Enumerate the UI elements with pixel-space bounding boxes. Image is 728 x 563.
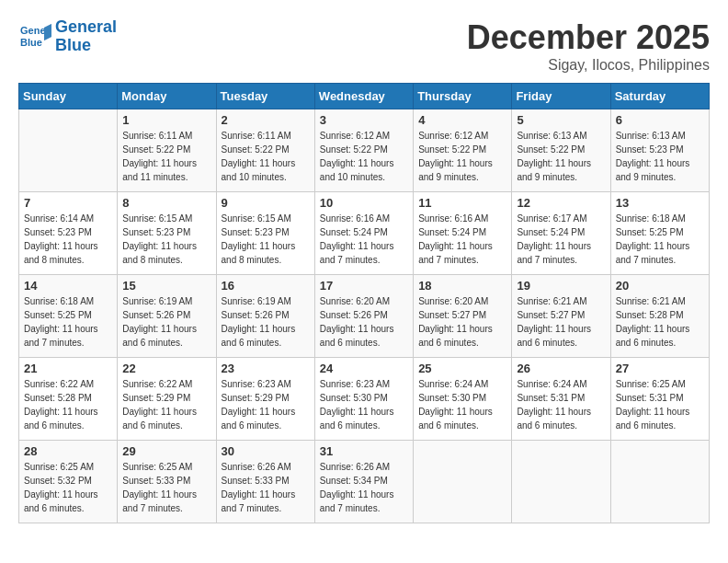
calendar-cell: 18Sunrise: 6:20 AMSunset: 5:27 PMDayligh… <box>414 275 512 358</box>
day-number: 8 <box>122 196 210 210</box>
calendar-cell: 26Sunrise: 6:24 AMSunset: 5:31 PMDayligh… <box>512 358 610 441</box>
logo: General Blue General Blue <box>18 18 117 55</box>
day-info: Sunrise: 6:17 AMSunset: 5:24 PMDaylight:… <box>517 212 605 267</box>
day-info: Sunrise: 6:16 AMSunset: 5:24 PMDaylight:… <box>320 212 408 267</box>
day-info: Sunrise: 6:24 AMSunset: 5:30 PMDaylight:… <box>418 377 506 432</box>
calendar-cell: 5Sunrise: 6:13 AMSunset: 5:22 PMDaylight… <box>512 109 610 192</box>
day-number: 13 <box>616 196 704 210</box>
calendar-cell: 24Sunrise: 6:23 AMSunset: 5:30 PMDayligh… <box>314 358 413 441</box>
day-info: Sunrise: 6:19 AMSunset: 5:26 PMDaylight:… <box>122 294 210 350</box>
weekday-header-monday: Monday <box>118 84 216 109</box>
calendar-cell: 15Sunrise: 6:19 AMSunset: 5:26 PMDayligh… <box>118 275 216 358</box>
day-info: Sunrise: 6:15 AMSunset: 5:23 PMDaylight:… <box>122 212 210 267</box>
day-number: 3 <box>320 113 408 127</box>
day-number: 27 <box>616 362 704 375</box>
day-info: Sunrise: 6:21 AMSunset: 5:27 PMDaylight:… <box>517 294 605 350</box>
day-info: Sunrise: 6:11 AMSunset: 5:22 PMDaylight:… <box>222 129 310 184</box>
week-row-5: 28Sunrise: 6:25 AMSunset: 5:32 PMDayligh… <box>19 441 710 523</box>
day-number: 2 <box>222 113 310 127</box>
calendar-cell: 28Sunrise: 6:25 AMSunset: 5:32 PMDayligh… <box>19 441 118 523</box>
weekday-header-friday: Friday <box>512 84 610 109</box>
day-info: Sunrise: 6:18 AMSunset: 5:25 PMDaylight:… <box>616 212 704 267</box>
day-number: 24 <box>320 362 408 375</box>
day-number: 20 <box>616 279 704 293</box>
day-number: 5 <box>517 113 605 127</box>
calendar-cell: 9Sunrise: 6:15 AMSunset: 5:23 PMDaylight… <box>216 192 314 275</box>
day-info: Sunrise: 6:20 AMSunset: 5:26 PMDaylight:… <box>320 294 408 350</box>
calendar-table: SundayMondayTuesdayWednesdayThursdayFrid… <box>18 83 710 523</box>
calendar-cell: 31Sunrise: 6:26 AMSunset: 5:34 PMDayligh… <box>314 441 413 523</box>
calendar-cell: 2Sunrise: 6:11 AMSunset: 5:22 PMDaylight… <box>216 109 314 192</box>
logo-line2: Blue <box>55 36 91 54</box>
calendar-cell: 21Sunrise: 6:22 AMSunset: 5:28 PMDayligh… <box>19 358 118 441</box>
day-number: 23 <box>222 362 310 375</box>
calendar-cell: 27Sunrise: 6:25 AMSunset: 5:31 PMDayligh… <box>610 358 709 441</box>
week-row-1: 1Sunrise: 6:11 AMSunset: 5:22 PMDaylight… <box>19 109 710 192</box>
day-number: 16 <box>222 279 310 293</box>
day-number: 31 <box>320 444 408 458</box>
logo-icon: General Blue <box>18 20 51 53</box>
day-number: 30 <box>222 444 310 458</box>
day-info: Sunrise: 6:25 AMSunset: 5:31 PMDaylight:… <box>616 377 704 432</box>
day-number: 7 <box>24 196 112 210</box>
day-info: Sunrise: 6:22 AMSunset: 5:28 PMDaylight:… <box>24 377 112 432</box>
day-info: Sunrise: 6:13 AMSunset: 5:22 PMDaylight:… <box>517 129 605 184</box>
calendar-cell <box>610 441 709 523</box>
day-info: Sunrise: 6:19 AMSunset: 5:26 PMDaylight:… <box>222 294 310 350</box>
calendar-cell: 22Sunrise: 6:22 AMSunset: 5:29 PMDayligh… <box>118 358 216 441</box>
calendar-cell: 12Sunrise: 6:17 AMSunset: 5:24 PMDayligh… <box>512 192 610 275</box>
day-number: 10 <box>320 196 408 210</box>
day-info: Sunrise: 6:21 AMSunset: 5:28 PMDaylight:… <box>616 294 704 350</box>
day-info: Sunrise: 6:11 AMSunset: 5:22 PMDaylight:… <box>122 129 210 184</box>
day-info: Sunrise: 6:14 AMSunset: 5:23 PMDaylight:… <box>24 212 112 267</box>
calendar-cell: 25Sunrise: 6:24 AMSunset: 5:30 PMDayligh… <box>414 358 512 441</box>
weekday-header-thursday: Thursday <box>414 84 512 109</box>
calendar-cell: 10Sunrise: 6:16 AMSunset: 5:24 PMDayligh… <box>314 192 413 275</box>
calendar-cell: 1Sunrise: 6:11 AMSunset: 5:22 PMDaylight… <box>118 109 216 192</box>
calendar-cell: 20Sunrise: 6:21 AMSunset: 5:28 PMDayligh… <box>610 275 709 358</box>
week-row-4: 21Sunrise: 6:22 AMSunset: 5:28 PMDayligh… <box>19 358 710 441</box>
logo-line1: General <box>55 17 117 36</box>
week-row-3: 14Sunrise: 6:18 AMSunset: 5:25 PMDayligh… <box>19 275 710 358</box>
calendar-cell: 17Sunrise: 6:20 AMSunset: 5:26 PMDayligh… <box>314 275 413 358</box>
svg-text:Blue: Blue <box>20 37 42 48</box>
day-info: Sunrise: 6:26 AMSunset: 5:34 PMDaylight:… <box>320 460 408 515</box>
day-info: Sunrise: 6:26 AMSunset: 5:33 PMDaylight:… <box>222 460 310 515</box>
weekday-header-wednesday: Wednesday <box>314 84 413 109</box>
page-header: General Blue General Blue December 2025 … <box>18 18 710 74</box>
day-info: Sunrise: 6:13 AMSunset: 5:23 PMDaylight:… <box>616 129 704 184</box>
day-number: 29 <box>122 444 210 458</box>
day-number: 12 <box>517 196 605 210</box>
calendar-cell <box>512 441 610 523</box>
day-number: 21 <box>24 362 112 375</box>
day-number: 26 <box>517 362 605 375</box>
day-info: Sunrise: 6:12 AMSunset: 5:22 PMDaylight:… <box>320 129 408 184</box>
calendar-cell: 23Sunrise: 6:23 AMSunset: 5:29 PMDayligh… <box>216 358 314 441</box>
calendar-cell: 13Sunrise: 6:18 AMSunset: 5:25 PMDayligh… <box>610 192 709 275</box>
calendar-cell <box>414 441 512 523</box>
day-number: 28 <box>24 444 112 458</box>
calendar-cell: 16Sunrise: 6:19 AMSunset: 5:26 PMDayligh… <box>216 275 314 358</box>
day-info: Sunrise: 6:12 AMSunset: 5:22 PMDaylight:… <box>418 129 506 184</box>
weekday-header-row: SundayMondayTuesdayWednesdayThursdayFrid… <box>19 84 710 109</box>
day-info: Sunrise: 6:20 AMSunset: 5:27 PMDaylight:… <box>418 294 506 350</box>
day-number: 11 <box>418 196 506 210</box>
day-number: 18 <box>418 279 506 293</box>
day-info: Sunrise: 6:16 AMSunset: 5:24 PMDaylight:… <box>418 212 506 267</box>
weekday-header-sunday: Sunday <box>19 84 118 109</box>
day-number: 15 <box>122 279 210 293</box>
day-number: 22 <box>122 362 210 375</box>
calendar-cell: 8Sunrise: 6:15 AMSunset: 5:23 PMDaylight… <box>118 192 216 275</box>
calendar-cell: 19Sunrise: 6:21 AMSunset: 5:27 PMDayligh… <box>512 275 610 358</box>
day-number: 9 <box>222 196 310 210</box>
calendar-cell: 7Sunrise: 6:14 AMSunset: 5:23 PMDaylight… <box>19 192 118 275</box>
day-number: 4 <box>418 113 506 127</box>
location: Sigay, Ilocos, Philippines <box>467 57 710 74</box>
calendar-cell: 4Sunrise: 6:12 AMSunset: 5:22 PMDaylight… <box>414 109 512 192</box>
day-number: 14 <box>24 279 112 293</box>
day-number: 1 <box>122 113 210 127</box>
day-info: Sunrise: 6:24 AMSunset: 5:31 PMDaylight:… <box>517 377 605 432</box>
calendar-cell: 29Sunrise: 6:25 AMSunset: 5:33 PMDayligh… <box>118 441 216 523</box>
day-info: Sunrise: 6:23 AMSunset: 5:30 PMDaylight:… <box>320 377 408 432</box>
day-number: 17 <box>320 279 408 293</box>
